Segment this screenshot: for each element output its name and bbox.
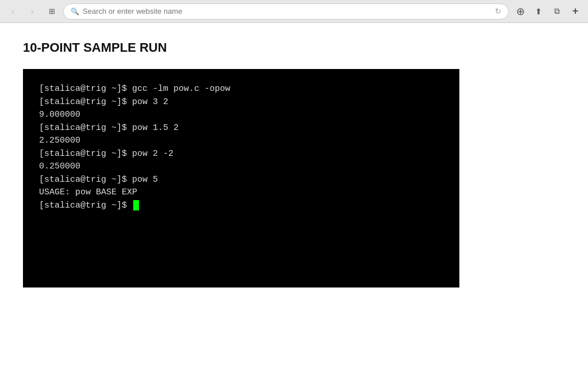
terminal-line-3: [stalica@trig ~]$ pow 1.5 2 bbox=[39, 122, 443, 135]
tab-view-button[interactable]: ⊞ bbox=[44, 3, 60, 20]
terminal-line-5: [stalica@trig ~]$ pow 2 -2 bbox=[39, 148, 443, 161]
terminal-line-9: [stalica@trig ~]$ bbox=[39, 200, 443, 213]
address-bar[interactable]: 🔍 ↻ bbox=[63, 3, 509, 20]
terminal-line-1: [stalica@trig ~]$ pow 3 2 bbox=[39, 96, 443, 109]
sidebar-button[interactable]: ⧉ bbox=[549, 3, 565, 20]
terminal-line-7: [stalica@trig ~]$ pow 5 bbox=[39, 174, 443, 187]
page-content: 10-POINT SAMPLE RUN [stalica@trig ~]$ gc… bbox=[0, 23, 588, 368]
terminal-cursor bbox=[133, 200, 139, 210]
page-title: 10-POINT SAMPLE RUN bbox=[23, 40, 565, 55]
terminal-line-4: 2.250000 bbox=[39, 135, 443, 148]
browser-toolbar: ‹ › ⊞ 🔍 ↻ ⊕ ⬆ ⧉ + bbox=[0, 0, 588, 23]
forward-button[interactable]: › bbox=[24, 3, 40, 20]
search-icon: 🔍 bbox=[71, 7, 79, 16]
terminal-line-8: USAGE: pow BASE EXP bbox=[39, 186, 443, 200]
terminal-wrapper: [stalica@trig ~]$ gcc -lm pow.c -opow [s… bbox=[23, 69, 565, 288]
terminal-line-6: 0.250000 bbox=[39, 160, 443, 174]
address-input[interactable] bbox=[83, 7, 492, 16]
back-button[interactable]: ‹ bbox=[5, 3, 21, 20]
terminal-line-0: [stalica@trig ~]$ gcc -lm pow.c -opow bbox=[39, 83, 443, 96]
terminal-line-2: 9.000000 bbox=[39, 109, 443, 122]
share-button[interactable]: ⬆ bbox=[531, 3, 547, 20]
new-tab-plus-button[interactable]: ⊕ bbox=[512, 3, 528, 20]
terminal: [stalica@trig ~]$ gcc -lm pow.c -opow [s… bbox=[23, 69, 459, 288]
add-tab-button[interactable]: + bbox=[567, 3, 583, 20]
browser-actions: ⊕ ⬆ ⧉ + bbox=[512, 3, 583, 20]
reload-icon[interactable]: ↻ bbox=[495, 7, 501, 16]
